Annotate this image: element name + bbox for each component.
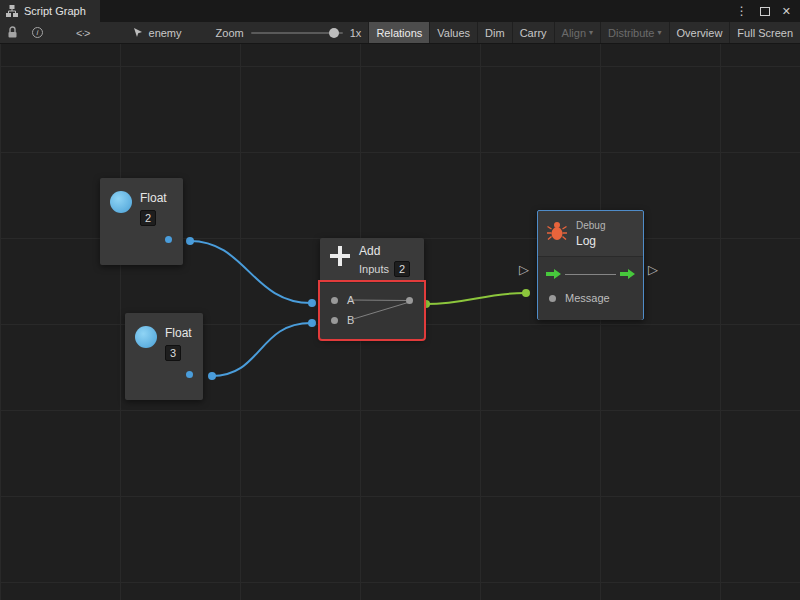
graph-toolbar: i <·> enemy Zoom 1x Relations Values Dim… — [0, 22, 800, 44]
graph-name: enemy — [149, 27, 182, 39]
float-output-port[interactable] — [186, 371, 193, 378]
lock-icon[interactable] — [0, 22, 25, 43]
control-input-triangle-icon[interactable]: ▷ — [519, 263, 529, 277]
wire-endpoint-dot — [186, 237, 194, 245]
port-b-label: B — [347, 314, 354, 326]
control-output-triangle-icon[interactable]: ▷ — [648, 263, 658, 277]
graph-canvas[interactable]: Float 2 Float 3 — [0, 44, 800, 600]
float-value-field[interactable]: 3 — [165, 345, 181, 361]
add-ports-section-selected[interactable]: A B — [320, 282, 424, 339]
chevron-down-icon: ▾ — [589, 28, 593, 37]
bug-icon — [546, 220, 568, 242]
plus-icon — [328, 244, 352, 268]
script-graph-icon — [6, 5, 18, 17]
full-screen-button[interactable]: Full Screen — [729, 22, 800, 43]
control-in-arrow-icon[interactable] — [545, 268, 562, 280]
message-label: Message — [565, 292, 610, 304]
port-dot[interactable] — [331, 297, 338, 304]
zoom-slider[interactable] — [251, 32, 343, 34]
port-dot[interactable] — [331, 317, 338, 324]
float-output-port[interactable] — [165, 236, 172, 243]
zoom-value: 1x — [350, 27, 362, 39]
wire-add-to-debug-message[interactable] — [426, 293, 525, 304]
node-category: Debug — [576, 220, 605, 231]
debug-node-header: Debug Log — [538, 211, 643, 256]
carry-button[interactable]: Carry — [512, 22, 554, 43]
graph-pointer-icon — [132, 27, 144, 39]
titlebar: Script Graph ⋮ ✕ — [0, 0, 800, 22]
code-view-icon[interactable]: <·> — [76, 27, 90, 39]
control-out-arrow-icon[interactable] — [619, 268, 636, 280]
port-dot[interactable] — [549, 295, 556, 302]
close-icon[interactable]: ✕ — [782, 5, 791, 18]
chevron-down-icon: ▾ — [658, 28, 662, 37]
add-output-port[interactable] — [406, 297, 413, 304]
node-float-2[interactable]: Float 3 — [125, 313, 203, 400]
inputs-count-field[interactable]: 2 — [394, 261, 410, 277]
values-button[interactable]: Values — [429, 22, 477, 43]
debug-node-body: Message — [538, 256, 643, 320]
graph-breadcrumb[interactable]: enemy — [124, 27, 190, 39]
script-graph-window: Script Graph ⋮ ✕ i <·> enemy Zoom — [0, 0, 800, 600]
overview-button[interactable]: Overview — [669, 22, 730, 43]
relations-button[interactable]: Relations — [368, 22, 429, 43]
wire-endpoint-dot — [308, 299, 316, 307]
wire-float2-to-add-b[interactable] — [212, 323, 311, 376]
control-flow-row — [545, 267, 636, 281]
float-node-content: Float 2 — [110, 191, 173, 226]
add-node-header: Add Inputs 2 — [320, 238, 424, 282]
window-menu-icon[interactable]: ⋮ — [736, 5, 748, 17]
info-icon[interactable]: i — [25, 22, 50, 43]
maximize-icon[interactable] — [760, 7, 770, 16]
tab-script-graph[interactable]: Script Graph — [0, 0, 100, 22]
control-relation-line — [565, 274, 616, 275]
tab-title: Script Graph — [24, 5, 86, 17]
zoom-slider-handle[interactable] — [329, 28, 339, 38]
float-type-icon — [135, 326, 157, 348]
wire-float1-to-add-a[interactable] — [190, 241, 311, 303]
float-node-content: Float 3 — [135, 326, 193, 361]
float-value-field[interactable]: 2 — [140, 210, 156, 226]
wire-endpoint-dot — [208, 372, 216, 380]
node-add[interactable]: Add Inputs 2 A B — [320, 238, 424, 339]
distribute-dropdown[interactable]: Distribute ▾ — [600, 22, 668, 43]
wire-endpoint-dot — [308, 319, 316, 327]
zoom-label: Zoom — [216, 27, 244, 39]
node-float-1[interactable]: Float 2 — [100, 178, 183, 265]
node-title: Float — [165, 326, 192, 340]
dim-button[interactable]: Dim — [477, 22, 512, 43]
inputs-label: Inputs — [359, 263, 389, 275]
node-title: Add — [359, 244, 410, 258]
port-a-label: A — [347, 294, 354, 306]
node-debug-log-selected[interactable]: Debug Log Message — [537, 210, 644, 320]
node-title: Log — [576, 234, 605, 248]
node-title: Float — [140, 191, 167, 205]
window-controls: ⋮ ✕ — [736, 0, 800, 22]
float-type-icon — [110, 191, 132, 213]
input-port-message[interactable]: Message — [545, 292, 636, 304]
align-dropdown[interactable]: Align ▾ — [554, 22, 600, 43]
wire-endpoint-dot — [522, 289, 530, 297]
zoom-control: Zoom 1x — [216, 27, 362, 39]
toolbar-buttons: Relations Values Dim Carry Align ▾ Distr… — [368, 22, 800, 43]
input-port-b[interactable]: B — [320, 310, 424, 330]
